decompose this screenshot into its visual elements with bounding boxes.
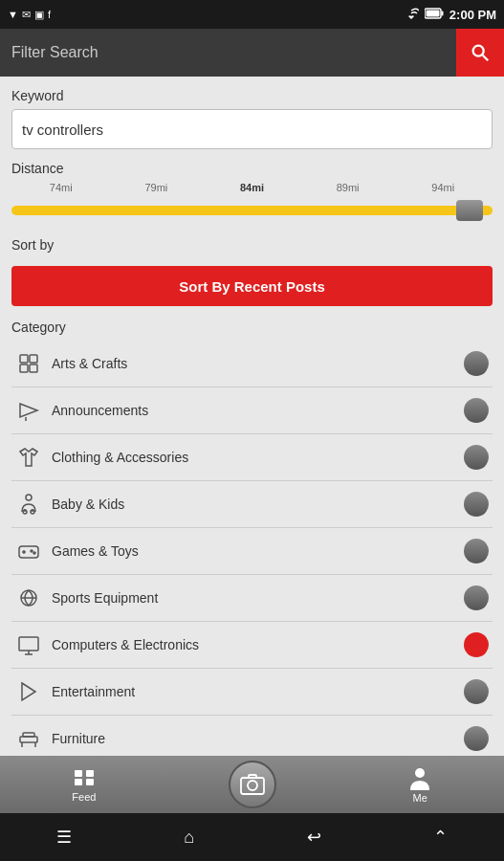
category-name: Entertainment: [52, 684, 464, 699]
status-icons-left: ▼ ✉ ▣ f: [8, 9, 51, 21]
games-icon: [15, 538, 42, 564]
battery-icon: [425, 8, 444, 22]
feed-label: Feed: [72, 791, 96, 803]
distance-slider[interactable]: [11, 197, 493, 224]
bottom-nav: Feed Me: [0, 756, 504, 813]
category-name: Clothing & Accessories: [52, 450, 464, 465]
back-button[interactable]: ↩: [307, 827, 321, 848]
svg-rect-2: [426, 10, 439, 16]
svg-point-3: [473, 46, 484, 56]
category-radio[interactable]: [464, 398, 489, 423]
svg-rect-7: [20, 364, 28, 372]
dist-94: 94mi: [431, 182, 454, 193]
sort-label: Sort by: [11, 237, 493, 253]
list-item[interactable]: Baby & Kids: [11, 481, 493, 528]
category-radio-selected[interactable]: [464, 632, 489, 657]
camera-nav-item[interactable]: [168, 756, 337, 813]
category-name: Sports Equipment: [52, 590, 464, 606]
home-button[interactable]: ⌂: [184, 828, 194, 848]
svg-point-20: [33, 552, 35, 554]
announcements-icon: [15, 397, 42, 424]
category-radio[interactable]: [464, 726, 489, 751]
svg-marker-9: [20, 404, 37, 417]
list-item[interactable]: Sports Equipment: [11, 575, 493, 622]
list-item[interactable]: Computers & Electronics: [11, 622, 493, 669]
svg-rect-39: [75, 779, 82, 785]
keyword-label: Keyword: [11, 88, 493, 103]
svg-point-44: [415, 768, 425, 778]
sort-button[interactable]: Sort By Recent Posts: [11, 266, 493, 306]
category-list: Arts & Crafts Announcements: [11, 341, 493, 752]
category-name: Computers & Electronics: [52, 637, 464, 652]
svg-rect-23: [19, 637, 38, 651]
status-bar: ▼ ✉ ▣ f 2:00 PM: [0, 0, 504, 29]
category-label: Category: [11, 320, 493, 335]
category-radio[interactable]: [464, 585, 489, 610]
category-name: Games & Toys: [52, 543, 464, 559]
list-item[interactable]: Announcements: [11, 387, 493, 434]
svg-marker-26: [22, 683, 35, 700]
app-icon-2: f: [48, 9, 51, 20]
overview-button[interactable]: ⌃: [433, 827, 448, 848]
dist-89: 89mi: [337, 182, 360, 193]
svg-rect-27: [20, 737, 37, 742]
category-name: Furniture: [52, 731, 464, 746]
category-name: Announcements: [52, 403, 464, 418]
category-name: Baby & Kids: [52, 497, 464, 512]
category-radio[interactable]: [464, 445, 489, 470]
svg-rect-37: [75, 770, 82, 777]
menu-button[interactable]: ☰: [56, 827, 72, 848]
slider-track: [11, 206, 493, 215]
clothing-icon: [15, 444, 42, 471]
me-nav-item[interactable]: Me: [336, 756, 504, 813]
slider-thumb[interactable]: [456, 200, 483, 221]
baby-icon: [15, 491, 42, 518]
clock: 2:00 PM: [449, 8, 496, 22]
svg-rect-43: [249, 775, 256, 778]
wifi-icon: [404, 7, 419, 23]
sports-icon: [15, 585, 42, 611]
svg-rect-1: [441, 11, 443, 15]
category-radio[interactable]: [464, 539, 489, 563]
main-content: Keyword Distance 74mi 79mi 84mi 89mi 94m…: [0, 77, 504, 752]
search-button[interactable]: [456, 29, 504, 77]
category-radio[interactable]: [464, 351, 489, 376]
distance-markers: 74mi 79mi 84mi 89mi 94mi: [11, 182, 493, 193]
keyword-section: Keyword: [11, 88, 493, 149]
camera-button[interactable]: [229, 761, 276, 808]
furniture-icon: [15, 725, 42, 752]
category-section: Category Arts & Crafts: [11, 320, 493, 752]
android-nav-bar: ☰ ⌂ ↩ ⌃: [0, 813, 504, 861]
dist-74: 74mi: [50, 182, 73, 193]
category-radio[interactable]: [464, 679, 489, 704]
svg-point-19: [31, 550, 33, 552]
category-radio[interactable]: [464, 492, 489, 517]
list-item[interactable]: Arts & Crafts: [11, 341, 493, 387]
status-icons-right: 2:00 PM: [404, 7, 496, 23]
dist-84: 84mi: [240, 182, 264, 193]
page-title: Filter Search: [11, 44, 99, 61]
svg-rect-38: [86, 770, 94, 777]
list-item[interactable]: Clothing & Accessories: [11, 434, 493, 481]
distance-label: Distance: [11, 161, 493, 176]
distance-section: Distance 74mi 79mi 84mi 89mi 94mi: [11, 161, 493, 224]
svg-point-11: [26, 495, 32, 500]
svg-rect-40: [86, 779, 94, 785]
list-item[interactable]: Entertainment: [11, 669, 493, 716]
dist-79: 79mi: [144, 182, 167, 193]
list-item[interactable]: Furniture: [11, 716, 493, 752]
me-label: Me: [413, 792, 427, 804]
email-icon: ✉: [22, 9, 31, 21]
sort-section: Sort by Sort By Recent Posts: [11, 237, 493, 306]
svg-rect-5: [20, 355, 28, 363]
list-item[interactable]: Games & Toys: [11, 528, 493, 575]
category-name: Arts & Crafts: [52, 356, 464, 371]
svg-rect-8: [30, 364, 37, 372]
header: Filter Search: [0, 29, 504, 77]
app-icon-1: ▣: [34, 9, 44, 21]
svg-line-4: [483, 55, 489, 61]
signal-icon: ▼: [8, 9, 18, 20]
keyword-input[interactable]: [11, 109, 493, 149]
feed-nav-item[interactable]: Feed: [0, 756, 168, 813]
svg-point-42: [248, 781, 257, 790]
